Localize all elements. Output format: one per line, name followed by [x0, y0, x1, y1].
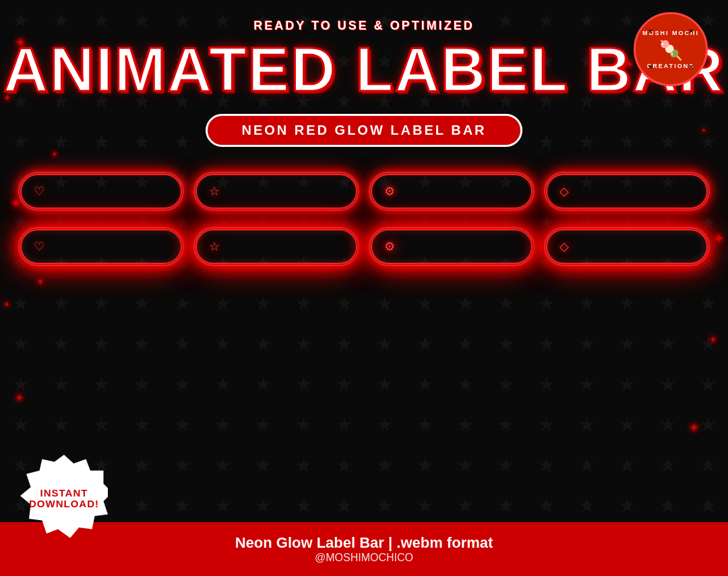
- neon-icon-gear-1: ⚙: [384, 184, 395, 199]
- neon-icon-drop-2: ◇: [559, 239, 569, 254]
- instant-line2: DOWNLOAD!: [29, 499, 99, 510]
- logo-deco-bl: ✕: [648, 63, 653, 71]
- neon-bar-4: ◇: [546, 174, 708, 209]
- instant-text: INSTANT DOWNLOAD!: [16, 474, 113, 523]
- neon-bars-grid: ♡ ☆ ⚙ ◇ ♡ ☆: [0, 174, 728, 264]
- neon-bar-2: ☆: [195, 174, 357, 209]
- neon-bar-7: ⚙: [371, 229, 533, 264]
- neon-icon-heart-1: ♡: [34, 184, 44, 199]
- neon-bar-3: ⚙: [371, 174, 533, 209]
- logo-emoji: 🍡: [659, 39, 683, 61]
- neon-bar-6: ☆: [195, 229, 357, 264]
- bottom-bar-title: Neon Glow Label Bar | .webm format: [235, 534, 493, 552]
- instant-line1: INSTANT: [29, 488, 99, 499]
- neon-icon-star-2: ☆: [209, 239, 220, 254]
- neon-icon-star-1: ☆: [209, 184, 220, 199]
- neon-bar-8: ◇: [546, 229, 708, 264]
- label-bar-text: NEON RED GLOW LABEL BAR: [241, 123, 486, 137]
- neon-icon-drop-1: ◇: [559, 184, 569, 199]
- neon-icon-heart-2: ♡: [34, 239, 44, 254]
- logo-bottom-text: CREATIONS: [647, 63, 694, 69]
- logo-deco-tl: ✕: [648, 28, 653, 35]
- logo-deco-br: ✕: [688, 63, 694, 71]
- content-area: READY TO USE & OPTIMIZED ANIMATED LABEL …: [0, 0, 728, 522]
- subtitle: READY TO USE & OPTIMIZED: [253, 19, 474, 33]
- bottom-bar-subtitle: @MOSHIMOCHICO: [315, 552, 413, 564]
- instant-shape: INSTANT DOWNLOAD!: [20, 455, 108, 542]
- neon-bar-5: ♡: [20, 229, 182, 264]
- bottom-bar: Neon Glow Label Bar | .webm format @MOSH…: [0, 522, 728, 576]
- main-title: ANIMATED LABEL BAR: [3, 38, 725, 100]
- instant-download-badge: INSTANT DOWNLOAD!: [20, 455, 108, 542]
- main-container: ★★★★★★★★★★★★★★★★★★★★★★★★★★★★★★★★★★★★★★★★…: [0, 0, 728, 576]
- logo-deco-tr: ✕: [688, 28, 694, 35]
- neon-bar-1: ♡: [20, 174, 182, 209]
- neon-icon-gear-2: ⚙: [384, 239, 395, 254]
- label-bar: NEON RED GLOW LABEL BAR: [206, 114, 522, 147]
- logo-badge: MOSHI MOCHI 🍡 CREATIONS ✕ ✕ ✕ ✕: [634, 12, 708, 86]
